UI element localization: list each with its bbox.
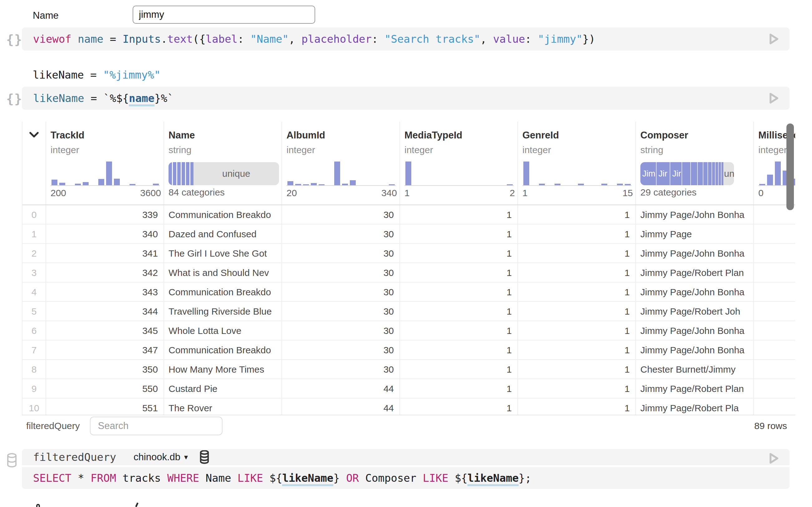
table-cell: [754, 225, 795, 243]
histogram-bar: [507, 184, 513, 185]
table-cell: 339: [46, 205, 164, 224]
histogram-bar: [601, 184, 607, 185]
category-segment: [716, 162, 718, 185]
run-cell-button[interactable]: [766, 91, 780, 105]
run-cell-button[interactable]: [766, 32, 780, 46]
vertical-scrollbar-thumb[interactable]: [786, 123, 794, 210]
code-token: :: [372, 33, 385, 45]
name-input[interactable]: [133, 6, 315, 24]
table-cell: 551: [46, 398, 164, 415]
table-row: 3342What is and Should Nev3011Jimmy Page…: [22, 263, 795, 282]
name-input-label: Name: [33, 10, 59, 21]
table-row: 2341The Girl I Love She Got 3011Jimmy Pa…: [22, 244, 795, 263]
code-token: }%`: [154, 92, 173, 105]
column-type: integer: [404, 145, 517, 155]
table-search-box[interactable]: [90, 416, 222, 435]
column-histogram: [51, 162, 161, 186]
column-header-trackid[interactable]: TrackIdinteger2003600: [46, 122, 164, 205]
table-row: 9550Custard Pie4411Jimmy Page/Robert Pla…: [22, 379, 795, 398]
table-cell: 30: [282, 244, 400, 263]
code-token: [71, 33, 78, 45]
code-token: }: [333, 472, 346, 484]
table-body: 0339Communication Breakdo3011Jimmy Page/…: [22, 205, 795, 415]
column-header-composer[interactable]: ComposerstringJimJirJiruniq29 categories: [636, 122, 754, 205]
row-index: 3: [22, 263, 46, 282]
table-collapse-corner[interactable]: [22, 122, 46, 205]
sql-cell-header: filteredQuery chinook.db ▾: [22, 449, 790, 467]
table-cell: [754, 340, 795, 359]
column-header-albumid[interactable]: AlbumIdinteger20340: [282, 122, 400, 205]
table-cell: 30: [282, 321, 400, 340]
column-histogram: [404, 162, 515, 186]
table-cell: Dazed and Confused: [164, 225, 282, 243]
code-token: viewof: [33, 33, 71, 45]
table-cell: 340: [46, 225, 164, 243]
table-cell: 44: [282, 379, 400, 398]
code-line: viewof name = Inputs.text({label: "Name"…: [33, 27, 596, 51]
likename-output: likeName = "%jimmy%": [33, 69, 160, 81]
run-cell-button[interactable]: [766, 451, 780, 465]
histogram-bar: [389, 184, 395, 185]
row-index: 6: [22, 321, 46, 340]
table-cell: 30: [282, 340, 400, 359]
category-segment: Jir: [670, 162, 681, 185]
table-cell: 1: [518, 282, 636, 301]
table-cell: 1: [400, 398, 518, 415]
table-cell: The Girl I Love She Got: [164, 244, 282, 263]
table-cell: Whole Lotta Love: [164, 321, 282, 340]
category-segment: [721, 162, 723, 185]
table-cell: 30: [282, 360, 400, 379]
column-type: integer: [287, 145, 399, 155]
table-cell: 1: [400, 379, 518, 398]
category-segment: [719, 162, 721, 185]
sql-variable-name: filteredQuery: [33, 451, 116, 463]
histogram-bar: [130, 184, 136, 185]
code-token: "Name": [250, 33, 289, 45]
histogram-bar: [311, 183, 317, 185]
code-token: WHERE: [167, 472, 199, 484]
database-icon[interactable]: [199, 450, 210, 464]
column-header-genreid[interactable]: GenreIdinteger115: [518, 122, 636, 205]
histogram-bar: [51, 180, 57, 185]
column-header-mediatypeid[interactable]: MediaTypeIdinteger12: [400, 122, 518, 205]
histogram-range: 115: [522, 188, 633, 198]
categories-pill: JimJirJiruniq: [640, 162, 734, 185]
table-cell: 1: [400, 302, 518, 321]
column-title: TrackId: [51, 130, 163, 141]
category-segment: Jir: [657, 162, 670, 185]
table-row: 6345Whole Lotta Love3011Jimmy Page/John …: [22, 321, 795, 340]
row-index: 5: [22, 302, 46, 321]
histogram-bar: [98, 179, 104, 185]
table-cell: 1: [400, 263, 518, 282]
category-segment: [682, 162, 690, 185]
column-histogram: [522, 162, 633, 186]
table-header: TrackIdinteger2003600Namestringunique84 …: [22, 122, 795, 205]
code-token: ,: [480, 33, 493, 45]
table-search-input[interactable]: [98, 420, 222, 432]
column-title: GenreId: [522, 130, 636, 141]
table-cell: 343: [46, 282, 164, 301]
histogram-bar: [114, 179, 120, 185]
table-cell: 44: [282, 398, 400, 415]
column-header-name[interactable]: Namestringunique84 categories: [164, 122, 282, 205]
histogram-bar: [767, 175, 773, 185]
table-cell: [754, 379, 795, 398]
histogram-range: 20340: [287, 188, 397, 198]
histogram-bar: [539, 184, 545, 185]
code-token: }): [582, 33, 596, 45]
table-row: 10551The Rover4411Jimmy Page/Robert Pla: [22, 398, 795, 415]
table-cell: 347: [46, 340, 164, 359]
histogram-bar: [303, 184, 309, 185]
database-selector[interactable]: chinook.db: [134, 451, 181, 463]
histogram-bar: [578, 184, 584, 185]
table-row: 7347Communication Breakdo3011Jimmy Page/…: [22, 340, 795, 360]
caret-down-icon[interactable]: ▾: [184, 453, 188, 461]
categories-caption: 84 categories: [168, 187, 282, 198]
table-cell: 30: [282, 205, 400, 224]
code-token: value: [493, 33, 525, 45]
table-cell: 550: [46, 379, 164, 398]
table-cell: Jimmy Page/John Bonha: [636, 321, 754, 340]
code-token: ${: [263, 472, 282, 484]
table-cell: 1: [518, 263, 636, 282]
code-token: placeholder: [301, 33, 372, 45]
